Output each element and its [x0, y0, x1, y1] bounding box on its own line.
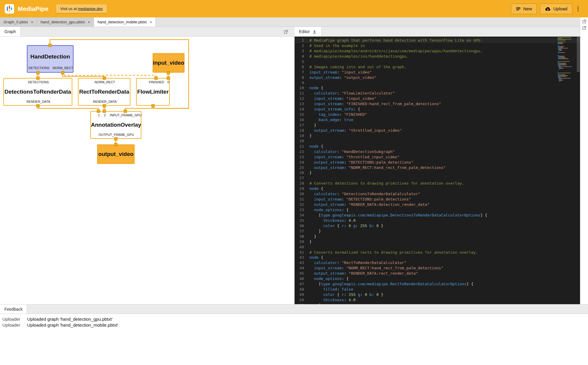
node-port [114, 143, 117, 146]
code-line: 3# mediapipie/examples/android/src/java/… [295, 48, 580, 54]
upload-graph-button[interactable]: Upload [540, 4, 572, 14]
code-line: 6# Images coming into and out of the gra… [295, 64, 580, 70]
tab-hand-detection-gpu[interactable]: hand_detection_gpu.pbtxt × [37, 17, 94, 27]
node-port-label: 2 [104, 113, 106, 117]
node-port-label: DETECTIONS [28, 80, 49, 84]
code-line: 7input_stream: "input_video" [295, 70, 580, 75]
node-port [154, 76, 158, 80]
feedback-row: Uploader Uploaded graph 'hand_detection_… [0, 322, 588, 331]
graph-node-output-video[interactable]: output_video [97, 144, 135, 164]
node-port-label: 0 [167, 80, 169, 84]
visit-badge: Visit us at mediapipe.dev [56, 4, 107, 13]
close-tab-icon[interactable]: × [150, 20, 152, 25]
close-tab-icon[interactable]: × [31, 20, 33, 25]
code-line: 16 back_edge: true [295, 117, 580, 123]
code-line: 43 calculator: "RectToRenderDataCalculat… [295, 260, 580, 265]
code-line: 11 calculator: "FlowLimiterCalculator" [295, 91, 580, 96]
node-title: RectToRenderData [79, 89, 130, 95]
code-line: 18 output_stream: "throttled_input_video… [295, 128, 580, 133]
tab-graph-0[interactable]: Graph_0.pbtxt × [0, 17, 37, 27]
editor-minimap[interactable] [558, 37, 576, 304]
graph-panel-header: Graph [0, 27, 295, 37]
download-icon[interactable] [312, 30, 317, 34]
feedback-source: Uploader [2, 317, 27, 322]
code-line: 49 color { r: 255 g: 0 b: 0 } [295, 292, 580, 297]
graph-node-hand-detection[interactable]: HandDetection DETECTIONS NORM_RECT [27, 45, 74, 73]
graph-node-annotation-overlay[interactable]: 1 2 INPUT_FRAME_GPU AnnotationOverlay OU… [90, 111, 141, 139]
feedback-tab-label: Feedback [4, 307, 22, 312]
mediapipe-dev-link[interactable]: mediapipe.dev [78, 6, 103, 11]
node-title: HandDetection [27, 53, 73, 60]
code-line: 26} [295, 170, 580, 175]
expand-tabbar-icon[interactable] [582, 19, 586, 23]
node-title: DetectionsToRenderData [4, 89, 72, 95]
code-editor[interactable]: 1# MediaPipe graph that performs hand de… [295, 37, 580, 304]
tab-graph-view[interactable]: Graph [0, 27, 21, 36]
code-line: 32 output_stream: "RENDER_DATA:detection… [295, 202, 580, 207]
feedback-log: Uploader Uploaded graph 'hand_detection_… [0, 314, 588, 365]
code-line: 2# Used in the example in [295, 43, 580, 48]
expand-graph-panel-icon[interactable] [284, 30, 288, 34]
node-title: FlowLimiter [137, 89, 169, 95]
code-line: 47 [type.googleapis.com/mediapipe.RectTo… [295, 281, 580, 287]
editor-panel-header: Editor [295, 27, 580, 37]
graph-node-detections-to-render-data[interactable]: DETECTIONS DetectionsToRenderData RENDER… [3, 78, 72, 106]
node-port [114, 137, 117, 141]
editor-scrollbar[interactable] [576, 37, 580, 304]
node-title: output_video [98, 151, 133, 157]
node-port [97, 110, 100, 113]
graph-node-input-video[interactable]: input_video [153, 53, 184, 73]
node-port-label: FINISHED [149, 80, 164, 84]
feedback-row: Uploader Uploaded graph 'hand_detection_… [0, 314, 588, 322]
mediapipe-visualizer-app: MediaPipe Visit us at mediapipe.dev New … [0, 0, 588, 365]
feedback-source: Uploader [2, 322, 27, 327]
kebab-menu-icon[interactable]: ⋮ [573, 5, 583, 12]
upload-button-label: Upload [553, 6, 567, 11]
node-port-label: RENDER_DATA [93, 100, 117, 103]
node-port [36, 104, 40, 107]
code-line: 17 } [295, 123, 580, 128]
graph-canvas[interactable]: HandDetection DETECTIONS NORM_RECT input… [0, 37, 295, 304]
mediapipe-logo-icon [5, 4, 14, 14]
code-line: 5 [295, 59, 580, 64]
new-graph-icon [516, 7, 521, 11]
node-port [36, 76, 40, 80]
node-port [48, 44, 52, 47]
editor-tab-label: Editor [299, 29, 310, 34]
code-line: 35 thickness: 4.0 [295, 218, 580, 223]
node-port [61, 71, 64, 74]
tab-editor[interactable]: Editor [295, 27, 321, 36]
code-lines: 1# MediaPipe graph that performs hand de… [295, 38, 580, 304]
code-line: 21node { [295, 144, 580, 149]
tab-hand-detection-mobile[interactable]: hand_detection_mobile.pbtxt × [94, 17, 156, 27]
close-tab-icon[interactable]: × [88, 20, 90, 25]
node-port [151, 104, 155, 107]
code-line: 29node { [295, 186, 580, 191]
tab-label: hand_detection_mobile.pbtxt [97, 20, 146, 24]
code-line: 27 [295, 175, 580, 181]
code-line: 31 input_stream: "DETECTIONS:palm_detect… [295, 197, 580, 202]
code-line: 22 calculator: "HandDetectionSubgraph" [295, 149, 580, 154]
node-title: AnnotationOverlay [91, 122, 141, 128]
node-port-label: INPUT_FRAME_GPU [110, 113, 142, 117]
node-port [167, 76, 170, 80]
new-button-label: New [523, 6, 532, 11]
code-line: 19} [295, 133, 580, 138]
graph-node-rect-to-render-data[interactable]: NORM_RECT RectToRenderData RENDER_DATA [78, 78, 130, 106]
graph-edges [0, 37, 295, 304]
code-line: 40 [295, 245, 580, 250]
node-port [36, 71, 40, 74]
tab-feedback[interactable]: Feedback [0, 304, 27, 314]
code-line: 41# Converts normalized rects to drawing… [295, 250, 580, 255]
scrollbar-thumb[interactable] [577, 37, 580, 72]
graph-node-flow-limiter[interactable]: FINISHED 0 FlowLimiter [136, 78, 170, 106]
code-line: 38 } [295, 234, 580, 239]
code-line: 1# MediaPipe graph that performs hand de… [295, 38, 580, 43]
node-port-label: 1 [98, 113, 100, 117]
new-graph-button[interactable]: New [511, 4, 537, 14]
code-line: 23 input_stream: "throttled_input_video" [295, 154, 580, 160]
document-tabbar: Graph_0.pbtxt × hand_detection_gpu.pbtxt… [0, 17, 588, 27]
node-port-label: OUTPUT_FRAME_GPU [99, 133, 134, 136]
expand-editor-panel-icon[interactable] [582, 26, 586, 30]
node-port [167, 71, 170, 74]
